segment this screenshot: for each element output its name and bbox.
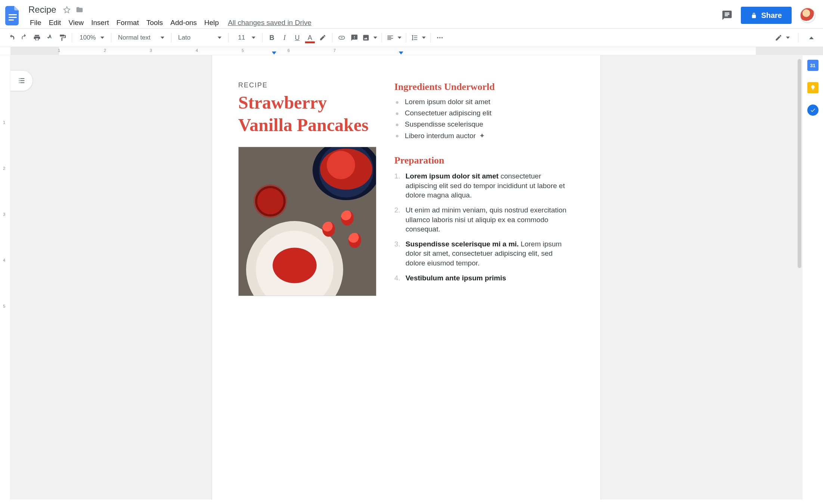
print-button[interactable] bbox=[31, 31, 43, 44]
insert-image-button[interactable] bbox=[361, 31, 379, 44]
align-button[interactable] bbox=[385, 31, 403, 44]
spellcheck-button[interactable] bbox=[43, 31, 56, 44]
menu-view[interactable]: View bbox=[65, 17, 87, 28]
star-icon[interactable] bbox=[62, 5, 71, 14]
account-avatar[interactable] bbox=[800, 7, 816, 23]
document-canvas[interactable]: RECIPE Strawberry Vanilla Pancakes Ingre… bbox=[10, 55, 802, 500]
vertical-ruler[interactable]: 1 2 3 4 5 bbox=[0, 55, 10, 500]
menu-help[interactable]: Help bbox=[201, 17, 223, 28]
font-family-value: Lato bbox=[178, 34, 214, 41]
zoom-select[interactable]: 100% bbox=[75, 31, 108, 44]
ruler-tick: 1 bbox=[3, 120, 5, 125]
line-spacing-button[interactable] bbox=[409, 31, 427, 44]
document-title[interactable]: Recipe bbox=[26, 4, 59, 16]
menu-insert[interactable]: Insert bbox=[87, 17, 113, 28]
list-item: Consectetuer adipiscing elit bbox=[394, 109, 574, 117]
list-item: Ut enim ad minim veniam, quis nostrud ex… bbox=[394, 205, 574, 234]
chevron-down-icon bbox=[786, 37, 790, 39]
ruler-tick: 7 bbox=[333, 48, 336, 53]
ruler-tick: 6 bbox=[288, 48, 290, 53]
menu-file[interactable]: File bbox=[26, 17, 45, 28]
chevron-down-icon bbox=[100, 37, 104, 39]
zoom-value: 100% bbox=[79, 34, 97, 41]
ruler-tick: 2 bbox=[3, 166, 5, 171]
ingredients-list: Lorem ipsum dolor sit amet Consectetuer … bbox=[394, 98, 574, 140]
side-panel: 31 bbox=[802, 55, 823, 500]
bold-button[interactable]: B bbox=[265, 31, 278, 44]
keep-addon-button[interactable] bbox=[807, 82, 819, 93]
indent-marker[interactable] bbox=[399, 52, 403, 55]
indent-marker[interactable] bbox=[272, 52, 276, 55]
recipe-title: Strawberry Vanilla Pancakes bbox=[238, 91, 376, 136]
star-glyph: ✦ bbox=[479, 132, 485, 140]
recipe-photo[interactable] bbox=[238, 147, 376, 296]
open-comments-button[interactable] bbox=[721, 10, 733, 21]
list-item: Libero interdum auctor ✦ bbox=[394, 131, 574, 140]
toolbar: 100% Normal text Lato 11 B I U A bbox=[0, 29, 823, 47]
highlight-button[interactable] bbox=[316, 31, 329, 44]
share-button-label: Share bbox=[761, 11, 782, 20]
ruler-tick: 3 bbox=[3, 212, 5, 217]
insert-comment-button[interactable] bbox=[348, 31, 361, 44]
title-bar: Recipe File Edit View Insert Format Tool… bbox=[0, 0, 823, 28]
font-size-select[interactable]: 11 bbox=[232, 31, 259, 44]
underline-button[interactable]: U bbox=[291, 31, 304, 44]
ruler-tick: 4 bbox=[3, 258, 5, 262]
italic-button[interactable]: I bbox=[278, 31, 291, 44]
ruler-tick: 3 bbox=[150, 48, 152, 53]
insert-link-button[interactable] bbox=[335, 31, 348, 44]
chevron-down-icon bbox=[398, 37, 401, 39]
recipe-kicker: RECIPE bbox=[238, 81, 376, 89]
ruler-tick: 2 bbox=[104, 48, 106, 53]
chevron-down-icon bbox=[218, 37, 221, 39]
svg-rect-2 bbox=[9, 19, 14, 21]
font-family-select[interactable]: Lato bbox=[174, 31, 225, 44]
preparation-heading: Preparation bbox=[394, 155, 574, 166]
tasks-addon-button[interactable] bbox=[807, 105, 819, 116]
calendar-addon-button[interactable]: 31 bbox=[807, 60, 819, 71]
horizontal-ruler[interactable]: 1 2 3 4 5 6 7 bbox=[0, 47, 823, 55]
ruler-tick: 5 bbox=[242, 48, 244, 53]
paint-format-button[interactable] bbox=[56, 31, 69, 44]
menu-bar: File Edit View Insert Format Tools Add-o… bbox=[26, 17, 311, 28]
text-color-button[interactable]: A bbox=[304, 31, 316, 44]
chevron-down-icon bbox=[373, 37, 377, 39]
hide-menus-button[interactable] bbox=[805, 31, 818, 44]
move-folder-icon[interactable] bbox=[75, 5, 84, 14]
scrollbar-thumb[interactable] bbox=[798, 59, 801, 268]
preparation-steps: Lorem ipsum dolor sit amet consectetuer … bbox=[394, 171, 574, 283]
list-item: Suspendisse scelerisque mi a mi. Lorem i… bbox=[394, 239, 574, 268]
svg-rect-1 bbox=[9, 17, 17, 18]
list-item: Lorem ipsum dolor sit amet bbox=[394, 98, 574, 106]
menu-tools[interactable]: Tools bbox=[143, 17, 167, 28]
editing-mode-button[interactable] bbox=[773, 31, 791, 44]
svg-point-4 bbox=[439, 37, 440, 38]
font-size-value: 11 bbox=[235, 34, 248, 41]
paragraph-style-select[interactable]: Normal text bbox=[114, 31, 168, 44]
chevron-down-icon bbox=[161, 37, 164, 39]
ruler-tick: 1 bbox=[58, 48, 60, 53]
list-item: Lorem ipsum dolor sit amet consectetuer … bbox=[394, 171, 574, 200]
calendar-date-label: 31 bbox=[810, 63, 815, 68]
menu-addons[interactable]: Add-ons bbox=[167, 17, 201, 28]
undo-button[interactable] bbox=[5, 31, 18, 44]
docs-app-icon[interactable] bbox=[4, 4, 21, 27]
chevron-down-icon bbox=[252, 37, 255, 39]
save-status[interactable]: All changes saved in Drive bbox=[228, 19, 311, 27]
chevron-down-icon bbox=[422, 37, 426, 39]
more-tools-button[interactable] bbox=[434, 31, 446, 44]
redo-button[interactable] bbox=[18, 31, 31, 44]
list-item: Suspendisse scelerisque bbox=[394, 120, 574, 128]
list-item: Vestibulum ante ipsum primis bbox=[394, 273, 574, 283]
svg-rect-0 bbox=[9, 14, 17, 15]
share-button[interactable]: Share bbox=[741, 7, 792, 24]
ruler-tick: 4 bbox=[196, 48, 198, 53]
menu-edit[interactable]: Edit bbox=[45, 17, 65, 28]
menu-format[interactable]: Format bbox=[113, 17, 143, 28]
document-outline-toggle[interactable] bbox=[10, 70, 33, 91]
ingredients-heading: Ingredients Underworld bbox=[394, 81, 574, 93]
page[interactable]: RECIPE Strawberry Vanilla Pancakes Ingre… bbox=[212, 55, 600, 500]
svg-point-3 bbox=[437, 37, 438, 38]
ruler-tick: 5 bbox=[3, 304, 5, 308]
paragraph-style-value: Normal text bbox=[118, 34, 157, 41]
